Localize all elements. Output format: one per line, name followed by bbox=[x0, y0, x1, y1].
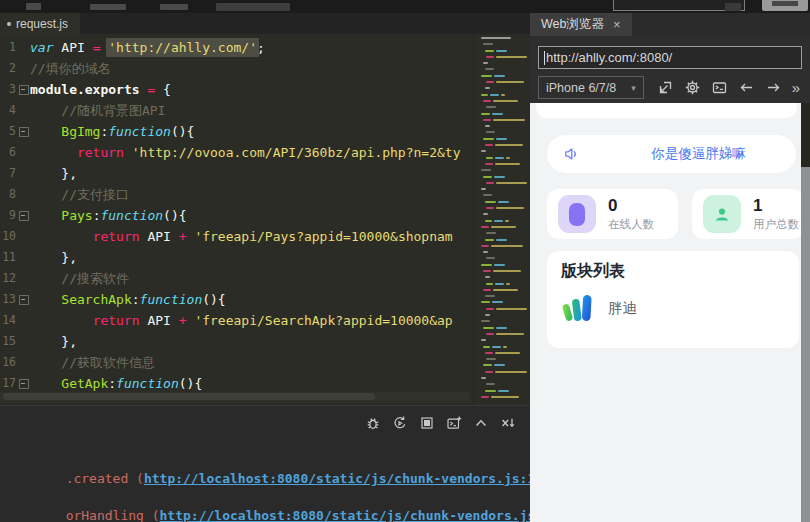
code-line[interactable]: 3module.exports = { bbox=[0, 79, 530, 100]
speaker-icon bbox=[563, 145, 581, 163]
url-input[interactable] bbox=[546, 50, 801, 65]
stop-icon[interactable] bbox=[419, 415, 435, 431]
debug-bug-icon[interactable] bbox=[365, 415, 381, 431]
code-editor[interactable]: 1var API = 'http://ahlly.com/';2//填你的域名3… bbox=[0, 34, 530, 405]
announcement-bar[interactable]: 你是傻逼胖娣嘛 bbox=[547, 135, 796, 173]
fold-gutter bbox=[16, 163, 30, 184]
tab-web-browser[interactable]: Web浏览器 × bbox=[530, 13, 632, 36]
code-text: }, bbox=[30, 331, 530, 352]
toolbar-button-fragment[interactable] bbox=[762, 0, 808, 11]
code-line[interactable]: 1var API = 'http://ahlly.com/'; bbox=[0, 37, 530, 58]
log-source-link[interactable]: http://localhost:8080/static/js/chunk-ve… bbox=[144, 471, 559, 486]
total-users-icon bbox=[703, 195, 741, 233]
preview-scrollbar[interactable] bbox=[801, 103, 810, 522]
line-number: 7 bbox=[0, 163, 16, 184]
online-count: 0 bbox=[608, 196, 654, 216]
horizontal-scrollbar[interactable] bbox=[0, 392, 470, 401]
console-panel: .created (http://localhost:8080/static/j… bbox=[0, 405, 530, 522]
code-text: var API = 'http://ahlly.com/'; bbox=[30, 37, 530, 58]
tab-title: request.js bbox=[16, 17, 68, 31]
toolbar-search-dropdown[interactable] bbox=[725, 3, 741, 11]
fold-gutter bbox=[16, 58, 30, 79]
line-number: 4 bbox=[0, 100, 16, 121]
stat-card-online[interactable]: 0 在线人数 bbox=[547, 189, 678, 239]
device-selector[interactable]: iPhone 6/7/8 ▾ bbox=[538, 76, 644, 99]
code-text: Pays:function(){ bbox=[30, 205, 530, 226]
preview-header-band bbox=[536, 103, 797, 118]
code-line[interactable]: 15 }, bbox=[0, 331, 530, 352]
forward-arrow-icon[interactable] bbox=[765, 79, 782, 96]
web-browser-panel: Web浏览器 × iPhone 6/7/8 ▾ » bbox=[530, 13, 810, 522]
code-line[interactable]: 5 BgImg:function(){ bbox=[0, 121, 530, 142]
online-users-icon bbox=[558, 195, 596, 233]
toolbar-button-label-fragment bbox=[772, 1, 798, 6]
code-line[interactable]: 7 }, bbox=[0, 163, 530, 184]
total-users-count: 1 bbox=[753, 196, 799, 216]
stat-card-total-users[interactable]: 1 用户总数 bbox=[692, 189, 804, 239]
url-bar[interactable] bbox=[538, 46, 802, 69]
browser-icons: » bbox=[657, 79, 802, 96]
horizontal-scrollbar-thumb[interactable] bbox=[3, 393, 375, 400]
line-number: 12 bbox=[0, 268, 16, 289]
browser-tabbar: Web浏览器 × bbox=[530, 13, 810, 36]
code-text: return 'http://ovooa.com/API/360bz/api.p… bbox=[30, 142, 530, 163]
ide-window: request.js 1var API = 'http://ahlly.com/… bbox=[0, 0, 810, 522]
collapse-panel-icon[interactable] bbox=[473, 415, 489, 431]
editor-tabbar: request.js bbox=[0, 13, 530, 34]
code-line[interactable]: 6 return 'http://ovooa.com/API/360bz/api… bbox=[0, 142, 530, 163]
browser-toolbar: iPhone 6/7/8 ▾ » bbox=[538, 76, 802, 99]
close-icon[interactable]: × bbox=[613, 17, 621, 32]
fold-gutter bbox=[16, 352, 30, 373]
fold-marker[interactable] bbox=[16, 79, 30, 100]
board-list-card: 版块列表 胖迪 bbox=[547, 251, 799, 348]
code-line[interactable]: 17 GetApk:function(){ bbox=[0, 373, 530, 394]
minimap[interactable] bbox=[473, 34, 530, 405]
restart-icon[interactable] bbox=[392, 415, 408, 431]
code-text: return API + 'freeapi/Pays?appid=10000&s… bbox=[30, 226, 530, 247]
board-list-title: 版块列表 bbox=[561, 261, 785, 282]
code-line[interactable]: 11 }, bbox=[0, 247, 530, 268]
code-line[interactable]: 13 SearchApk:function(){ bbox=[0, 289, 530, 310]
tab-request-js[interactable]: request.js bbox=[0, 13, 80, 34]
line-number: 9 bbox=[0, 205, 16, 226]
line-number: 14 bbox=[0, 310, 16, 331]
code-line[interactable]: 16 //获取软件信息 bbox=[0, 352, 530, 373]
code-line[interactable]: 9 Pays:function(){ bbox=[0, 205, 530, 226]
preview-scrollbar-track-top bbox=[801, 103, 810, 167]
code-line[interactable]: 4 //随机背景图API bbox=[0, 100, 530, 121]
code-line[interactable]: 14 return API + 'freeapi/SearchApk?appid… bbox=[0, 310, 530, 331]
modified-dot-icon bbox=[7, 22, 11, 26]
code-line[interactable]: 8 //支付接口 bbox=[0, 184, 530, 205]
line-number: 16 bbox=[0, 352, 16, 373]
back-arrow-icon[interactable] bbox=[738, 79, 755, 96]
code-line[interactable]: 12 //搜索软件 bbox=[0, 268, 530, 289]
stats-row: 0 在线人数 1 用户总数 bbox=[547, 189, 804, 239]
terminal-icon[interactable] bbox=[446, 415, 462, 431]
line-number: 17 bbox=[0, 373, 16, 394]
code-line[interactable]: 10 return API + 'freeapi/Pays?appid=1000… bbox=[0, 226, 530, 247]
code-line[interactable]: 2//填你的域名 bbox=[0, 58, 530, 79]
fold-marker[interactable] bbox=[16, 121, 30, 142]
toolbar-fragment bbox=[160, 4, 188, 10]
console-window-icon[interactable] bbox=[711, 79, 728, 96]
log-source-link[interactable]: http://localhost:8080/static/js/chunk-ve… bbox=[160, 508, 551, 522]
open-external-browser-icon[interactable] bbox=[657, 79, 674, 96]
line-number: 2 bbox=[0, 58, 16, 79]
fold-marker[interactable] bbox=[16, 205, 30, 226]
fold-marker[interactable] bbox=[16, 289, 30, 310]
line-number: 10 bbox=[0, 226, 16, 247]
board-item[interactable]: 胖迪 bbox=[561, 291, 785, 325]
toolbar-search-box[interactable] bbox=[613, 0, 745, 11]
more-tools-icon[interactable]: » bbox=[792, 79, 802, 96]
code-text: //搜索软件 bbox=[30, 268, 530, 289]
line-number: 3 bbox=[0, 79, 16, 100]
settings-gear-icon[interactable] bbox=[684, 79, 701, 96]
line-number: 6 bbox=[0, 142, 16, 163]
clear-console-icon[interactable] bbox=[500, 415, 516, 431]
line-number: 8 bbox=[0, 184, 16, 205]
code-text: //填你的域名 bbox=[30, 58, 530, 79]
fold-marker[interactable] bbox=[16, 373, 30, 394]
log-prefix: orHandling ( bbox=[66, 508, 160, 522]
total-users-label: 用户总数 bbox=[753, 217, 799, 232]
code-lines: 1var API = 'http://ahlly.com/';2//填你的域名3… bbox=[0, 37, 530, 394]
